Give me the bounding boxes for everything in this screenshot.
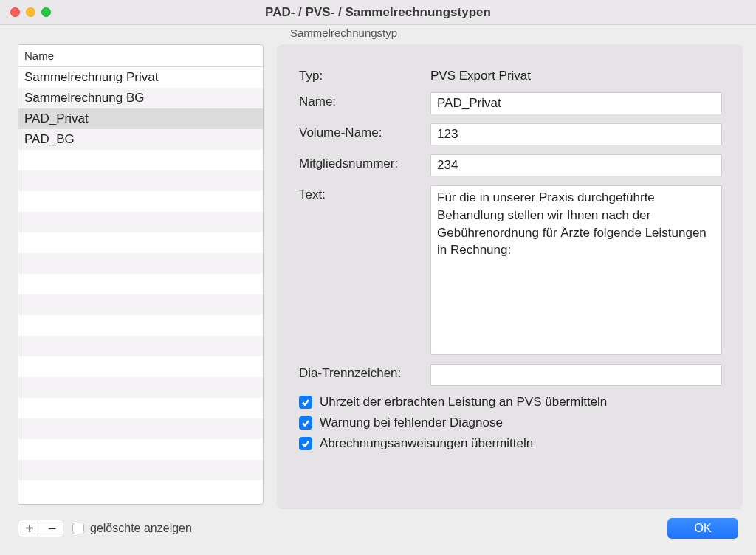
label-volume: Volume-Name: [299,123,430,140]
volume-name-field[interactable] [430,123,722,145]
list-item[interactable]: Sammelrechnung Privat [18,67,263,88]
ok-button[interactable]: OK [667,518,738,539]
detail-panel: Sammelrechnungstyp Typ: PVS Export Priva… [277,44,743,509]
list-item-empty [18,212,263,232]
checkbox-row: Abrechnungsanweisungen übermitteln [299,436,722,451]
list-item-empty [18,232,263,253]
list-item-empty [18,253,263,274]
list-item[interactable]: PAD_Privat [18,108,263,129]
label-text: Text: [299,185,430,202]
checkbox-label: Abrechnungsanweisungen übermitteln [320,436,533,451]
label-mitglied: Mitgliedsnummer: [299,154,430,171]
add-remove-segment: + − [18,520,63,537]
dia-trennzeichen-field[interactable] [430,364,722,386]
checkbox[interactable] [299,416,312,430]
mitgliedsnummer-field[interactable] [430,154,722,176]
list-item-empty [18,274,263,294]
zoom-icon[interactable] [41,7,51,17]
list-item-empty [18,377,263,398]
list-item[interactable]: PAD_BG [18,129,263,150]
window-titlebar: PAD- / PVS- / Sammelrechnungstypen [0,0,756,25]
list-item-empty [18,336,263,356]
list-item-empty [18,170,263,191]
checkbox[interactable] [299,396,312,409]
list-header-name[interactable]: Name [18,45,263,67]
checkbox-row: Warnung bei fehlender Diagnose [299,416,722,430]
checkbox-label: Uhrzeit der erbrachten Leistung an PVS ü… [320,395,607,410]
value-typ: PVS Export Privat [430,66,722,83]
list-item-empty [18,191,263,212]
name-field[interactable] [430,92,722,114]
label-typ: Typ: [299,66,430,83]
list-item-empty [18,418,263,439]
list-item-empty [18,398,263,418]
list-item-empty [18,294,263,315]
label-name: Name: [299,92,430,109]
list-item-empty [18,356,263,377]
list-item-empty [18,439,263,460]
add-button[interactable]: + [18,520,41,537]
traffic-lights [0,7,66,17]
text-field[interactable] [430,185,722,355]
close-icon[interactable] [10,7,20,17]
type-list: Name Sammelrechnung PrivatSammelrechnung… [18,44,264,505]
show-deleted-checkbox[interactable] [72,523,84,534]
checkbox-label: Warnung bei fehlender Diagnose [320,416,503,430]
panel-legend: Sammelrechnungstyp [287,27,400,39]
list-item-empty [18,460,263,480]
show-deleted-label: gelöschte anzeigen [90,522,192,535]
window-title: PAD- / PVS- / Sammelrechnungstypen [66,5,756,20]
list-item[interactable]: Sammelrechnung BG [18,88,263,108]
list-item-empty [18,315,263,336]
checkbox[interactable] [299,437,312,450]
label-dia: Dia-Trennzeichen: [299,364,430,381]
checkbox-row: Uhrzeit der erbrachten Leistung an PVS ü… [299,395,722,410]
minimize-icon[interactable] [26,7,35,17]
list-item-empty [18,150,263,170]
remove-button[interactable]: − [41,520,63,537]
